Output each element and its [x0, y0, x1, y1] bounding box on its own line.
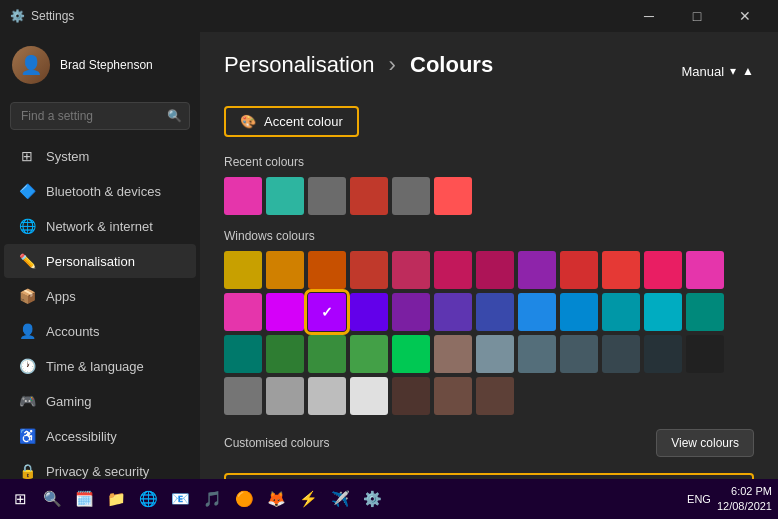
windows-swatch-18[interactable] — [476, 293, 514, 331]
windows-swatch-12[interactable] — [224, 293, 262, 331]
windows-swatch-37[interactable] — [266, 377, 304, 415]
windows-swatch-38[interactable] — [308, 377, 346, 415]
windows-swatch-16[interactable] — [392, 293, 430, 331]
windows-swatch-4[interactable] — [392, 251, 430, 289]
windows-swatch-22[interactable] — [644, 293, 682, 331]
windows-swatch-29[interactable] — [434, 335, 472, 373]
sidebar-item-apps[interactable]: 📦 Apps — [4, 279, 196, 313]
windows-swatch-9[interactable] — [602, 251, 640, 289]
taskbar-app1[interactable]: 🟠 — [230, 485, 258, 513]
windows-swatch-0[interactable] — [224, 251, 262, 289]
windows-swatch-26[interactable] — [308, 335, 346, 373]
close-button[interactable]: ✕ — [722, 0, 768, 32]
sidebar-item-time[interactable]: 🕐 Time & language — [4, 349, 196, 383]
windows-swatch-6[interactable] — [476, 251, 514, 289]
main-layout: 👤 Brad Stephenson 🔍 ⊞ System 🔷 Bluetooth… — [0, 32, 778, 479]
taskbar-edge[interactable]: 🌐 — [134, 485, 162, 513]
minimize-button[interactable]: ─ — [626, 0, 672, 32]
title-bar-controls: ─ □ ✕ — [626, 0, 768, 32]
windows-swatch-17[interactable] — [434, 293, 472, 331]
windows-swatch-40[interactable] — [392, 377, 430, 415]
windows-swatch-27[interactable] — [350, 335, 388, 373]
manual-dropdown-wrap[interactable]: Manual ▾ ▲ — [681, 64, 754, 79]
windows-swatch-35[interactable] — [686, 335, 724, 373]
recent-swatch-0[interactable] — [224, 177, 262, 215]
sidebar-item-accounts[interactable]: 👤 Accounts — [4, 314, 196, 348]
sidebar-item-system[interactable]: ⊞ System — [4, 139, 196, 173]
taskbar-explorer[interactable]: 📁 — [102, 485, 130, 513]
taskbar-settings[interactable]: ⚙️ — [358, 485, 386, 513]
system-icon: ⊞ — [18, 147, 36, 165]
recent-swatch-3[interactable] — [350, 177, 388, 215]
taskbar-music[interactable]: 🎵 — [198, 485, 226, 513]
breadcrumb-separator: › — [389, 52, 396, 77]
windows-swatch-31[interactable] — [518, 335, 556, 373]
breadcrumb: Personalisation › Colours — [224, 52, 493, 78]
maximize-button[interactable]: □ — [674, 0, 720, 32]
time-date: 6:02 PM 12/08/2021 — [717, 484, 772, 515]
taskbar-right: ENG 6:02 PM 12/08/2021 — [687, 484, 772, 515]
sidebar-item-bluetooth[interactable]: 🔷 Bluetooth & devices — [4, 174, 196, 208]
windows-swatch-21[interactable] — [602, 293, 640, 331]
start-button[interactable]: ⊞ — [6, 485, 34, 513]
windows-swatch-25[interactable] — [266, 335, 304, 373]
taskbar-mail[interactable]: 📧 — [166, 485, 194, 513]
windows-swatch-2[interactable] — [308, 251, 346, 289]
windows-swatch-13[interactable] — [266, 293, 304, 331]
title-bar-left: ⚙️ Settings — [10, 9, 74, 23]
windows-swatch-41[interactable] — [434, 377, 472, 415]
search-input[interactable] — [10, 102, 190, 130]
customised-colours-label: Customised colours — [224, 436, 329, 450]
windows-colours-label: Windows colours — [224, 229, 754, 243]
windows-swatch-33[interactable] — [602, 335, 640, 373]
sidebar-label-personalisation: Personalisation — [46, 254, 135, 269]
sidebar-label-privacy: Privacy & security — [46, 464, 149, 479]
windows-swatch-11[interactable] — [686, 251, 724, 289]
windows-swatch-15[interactable] — [350, 293, 388, 331]
bottom-bar: Customised colours View colours — [224, 429, 754, 465]
user-profile[interactable]: 👤 Brad Stephenson — [0, 32, 200, 98]
windows-swatch-7[interactable] — [518, 251, 556, 289]
recent-colours-label: Recent colours — [224, 155, 754, 169]
recent-swatch-4[interactable] — [392, 177, 430, 215]
content-header-row: Personalisation › Colours Manual ▾ ▲ — [224, 52, 754, 94]
windows-swatch-30[interactable] — [476, 335, 514, 373]
recent-swatch-2[interactable] — [308, 177, 346, 215]
sidebar-item-accessibility[interactable]: ♿ Accessibility — [4, 419, 196, 453]
taskbar-lang: ENG — [687, 493, 711, 505]
taskbar-task-view[interactable]: 🗓️ — [70, 485, 98, 513]
sidebar-item-personalisation[interactable]: ✏️ Personalisation — [4, 244, 196, 278]
windows-swatch-19[interactable] — [518, 293, 556, 331]
accent-colour-tab[interactable]: 🎨 Accent colour — [224, 106, 359, 137]
view-colours-button[interactable]: View colours — [656, 429, 754, 457]
windows-swatch-14[interactable] — [308, 293, 346, 331]
windows-swatch-34[interactable] — [644, 335, 682, 373]
breadcrumb-current: Colours — [410, 52, 493, 77]
recent-swatch-1[interactable] — [266, 177, 304, 215]
sidebar-item-gaming[interactable]: 🎮 Gaming — [4, 384, 196, 418]
taskbar-search[interactable]: 🔍 — [38, 485, 66, 513]
windows-swatch-23[interactable] — [686, 293, 724, 331]
windows-swatch-3[interactable] — [350, 251, 388, 289]
recent-swatch-5[interactable] — [434, 177, 472, 215]
windows-swatch-32[interactable] — [560, 335, 598, 373]
sidebar-label-system: System — [46, 149, 89, 164]
sidebar-label-network: Network & internet — [46, 219, 153, 234]
windows-swatch-8[interactable] — [560, 251, 598, 289]
windows-swatch-39[interactable] — [350, 377, 388, 415]
sidebar-item-network[interactable]: 🌐 Network & internet — [4, 209, 196, 243]
taskbar-time: 6:02 PM — [717, 484, 772, 499]
taskbar-telegram[interactable]: ✈️ — [326, 485, 354, 513]
windows-swatch-5[interactable] — [434, 251, 472, 289]
windows-swatch-42[interactable] — [476, 377, 514, 415]
taskbar-firefox[interactable]: 🦊 — [262, 485, 290, 513]
windows-swatch-1[interactable] — [266, 251, 304, 289]
windows-swatch-28[interactable] — [392, 335, 430, 373]
windows-swatch-10[interactable] — [644, 251, 682, 289]
search-icon: 🔍 — [167, 109, 182, 123]
windows-swatch-20[interactable] — [560, 293, 598, 331]
windows-swatch-36[interactable] — [224, 377, 262, 415]
taskbar-date: 12/08/2021 — [717, 499, 772, 514]
windows-swatch-24[interactable] — [224, 335, 262, 373]
taskbar-app2[interactable]: ⚡ — [294, 485, 322, 513]
